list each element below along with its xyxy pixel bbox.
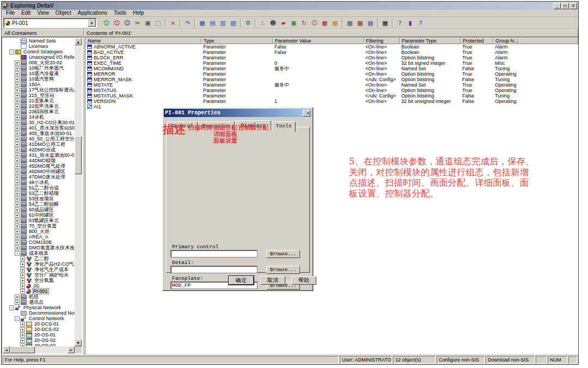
tree-item[interactable]: +60成品罐区 [3,207,75,212]
object-selector-combobox[interactable]: PI-001 ▼ [3,18,97,28]
tree-item[interactable]: Unassigned I/O Reference [3,54,75,60]
tree-item[interactable]: +乙二醇 [3,256,75,261]
expand-icon[interactable]: + [20,327,25,332]
large-icons-view-icon[interactable]: ▦ [197,18,207,28]
tree-item[interactable]: +机组 [3,294,75,299]
tree-item[interactable]: +净化气生产成本 [3,267,75,272]
table-row[interactable]: MSTATUS_MASKParameter<Adv. Config>Option… [85,93,578,99]
tree-vertical-scrollbar[interactable]: ▲ ▼ [75,38,82,346]
expand-icon[interactable]: + [15,109,20,114]
tree-horizontal-scrollbar[interactable]: ◄ ► [3,346,75,353]
column-header-type[interactable]: Type [201,38,273,44]
tree-item[interactable]: +48小冰机 [3,180,75,185]
configure-icon[interactable]: ☺ [112,18,122,28]
expand-icon[interactable]: + [15,169,20,174]
expand-icon[interactable]: + [15,207,20,212]
primary-control-browse-button[interactable]: Browse... [266,250,300,258]
tree-item[interactable]: +空分厂锅炉给水 [3,272,75,278]
update-download-icon[interactable]: ⚙ [243,18,253,28]
tree-item[interactable]: +008_火炬20-02 [3,60,75,65]
tree-item[interactable]: +20-OS-02 [3,338,75,343]
tree-item[interactable]: +54乙二醇脱醛 [3,201,75,207]
expand-icon[interactable]: + [15,224,20,229]
tree-item[interactable]: +DMO装置废水技术改造 [3,245,75,250]
expand-icon[interactable]: + [15,186,20,191]
collapse-icon[interactable]: - [9,50,14,54]
tree-item[interactable]: +53技改项目 [3,196,75,201]
process-history-icon[interactable]: ▦ [380,18,390,28]
tree-item[interactable]: +20-OS-01 [3,332,75,338]
dialog-close-icon[interactable]: × [303,110,310,116]
tree-item[interactable]: +COM150B [3,240,75,245]
table-row[interactable]: BAD_ACTIVEParameterFalse<On-line>Boolean… [85,50,578,55]
expand-icon[interactable]: + [15,77,20,82]
delete-icon[interactable]: × [168,18,178,28]
tab-execution[interactable]: Execution [198,121,235,132]
reload-icon[interactable]: ↻ [299,18,309,28]
tree-item[interactable]: +53乙二醇精馏 [3,191,75,196]
expand-icon[interactable]: + [15,88,20,93]
tree-item[interactable]: +405_事故水池50-01 [3,131,75,136]
vertical-scroll-thumb[interactable] [75,136,82,174]
tree-item[interactable]: +46DMO中间罐区 [3,169,75,174]
tree-item[interactable]: +20-DCS-02 [3,327,75,332]
tree-item[interactable]: +401_原水加压泵站50-03 [3,125,75,131]
tree-item[interactable]: +22低甲洗单元 [3,103,75,109]
expand-icon[interactable]: + [15,148,20,152]
tree-item[interactable]: +800_火炬 [3,229,75,234]
user-manager-icon[interactable]: ☻ [268,18,278,28]
tree-item[interactable]: +PI-001 [3,289,75,294]
expand-icon[interactable]: + [15,104,20,109]
scroll-right-icon[interactable]: ► [68,346,75,353]
expand-icon[interactable]: + [20,289,25,294]
menu-item-help[interactable]: Help [130,10,148,16]
table-row[interactable]: MERRORParameter<On-line>Option bitstring… [85,71,578,77]
expand-icon[interactable]: + [15,71,20,76]
menu-item-file[interactable]: File [3,10,18,16]
expand-icon[interactable]: + [15,175,20,180]
list-view-icon[interactable]: ▥ [218,18,228,28]
tree-item[interactable]: +40_50_公用工程空分部分 [3,136,75,142]
scroll-left-icon[interactable]: ◄ [3,346,10,353]
picture-icon[interactable]: ▣ [289,18,299,28]
expand-icon[interactable]: + [20,322,25,327]
help-button[interactable]: 帮助 [291,276,316,285]
expand-icon[interactable]: + [15,60,20,65]
tab-general[interactable]: General [167,121,198,132]
chevron-down-icon[interactable]: ▼ [88,19,96,27]
expand-icon[interactable]: + [15,235,20,240]
export-table-icon[interactable]: ▦ [330,18,340,28]
tree-item[interactable]: +JG [3,283,75,289]
tree-item[interactable]: +AREA_A [3,234,75,240]
details-view-icon[interactable]: ▧ [228,18,238,28]
tree-item[interactable]: +51乙二醇合成 [3,185,75,191]
expand-icon[interactable]: + [15,300,20,305]
tree-item[interactable]: +通讯点 [3,299,75,305]
expand-icon[interactable]: + [15,240,20,245]
table-row[interactable]: ABNORM_ACTIVEParameterFalse<On-line>Bool… [85,44,578,50]
assign-icon[interactable]: ☺ [122,18,132,28]
tree-item[interactable]: +63氩罐区单元 [3,218,75,223]
expand-icon[interactable]: + [15,158,20,163]
collapse-icon[interactable]: - [15,251,20,256]
menu-item-tools[interactable]: Tools [111,10,130,16]
expand-icon[interactable]: + [15,137,20,142]
network-diagnostics-icon[interactable]: ▩ [355,18,365,28]
tree-item[interactable]: +42DMO合成 [3,147,75,152]
table-row[interactable]: BLOCK_ERRParameter<On-line>Option bitstr… [85,55,578,60]
tree-item[interactable]: +30_H2-CO分离30-01 [3,120,75,125]
table-row[interactable]: MSTATEParameter服务中<On-line>Named SetTrue… [85,82,578,88]
tree-item[interactable]: +23硝回收单元 [3,109,75,114]
expand-icon[interactable]: + [15,142,20,147]
expand-icon[interactable]: + [15,126,20,131]
explorer-icon[interactable]: ☺ [101,18,112,28]
collapse-icon[interactable]: - [9,305,14,310]
expand-icon[interactable]: + [15,115,20,120]
table-row[interactable]: MSTATUSParameter<On-line>Option bitstrin… [85,88,578,93]
column-header-name[interactable]: Name [85,38,201,44]
detail-input[interactable] [170,266,258,273]
tab-tools[interactable]: Tools [272,121,296,132]
expand-icon[interactable]: + [15,229,20,234]
column-header-parameter-value[interactable]: Parameter Value [273,38,364,44]
tree-item[interactable]: +215_空压站 [3,93,75,98]
